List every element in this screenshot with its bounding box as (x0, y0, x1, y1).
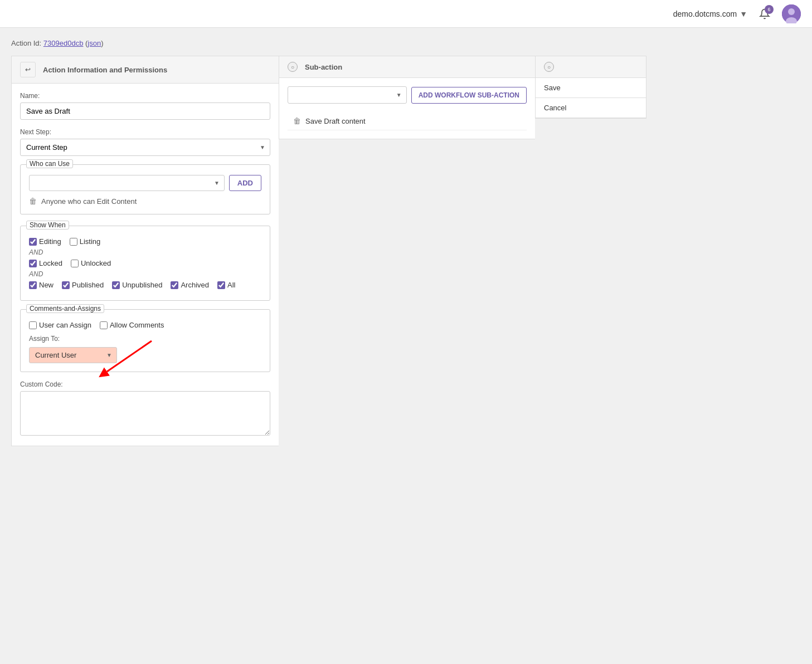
svg-point-1 (788, 8, 795, 15)
cancel-button[interactable]: Cancel (536, 98, 646, 118)
left-panel: ↩ Action Information and Permissions Nam… (11, 56, 279, 446)
all-checkbox-item[interactable]: All (217, 281, 235, 289)
right-panel: ○ Save Cancel (535, 56, 646, 119)
locked-checkbox[interactable] (29, 260, 37, 267)
who-can-use-add-button[interactable]: ADD (229, 175, 261, 191)
assign-to-row: Current User Specific User Specific Role… (29, 347, 261, 363)
archived-checkbox[interactable] (171, 281, 178, 289)
allow-comments-item[interactable]: Allow Comments (100, 321, 164, 329)
all-label: All (227, 281, 235, 289)
name-group: Name: (20, 92, 270, 120)
unpublished-label: Unpublished (122, 281, 162, 289)
middle-panel-header: ○ Sub-action (279, 56, 535, 78)
who-can-use-row: ▼ ADD (29, 175, 261, 191)
listing-checkbox[interactable] (70, 238, 77, 246)
assign-to-select-wrapper: Current User Specific User Specific Role… (29, 347, 117, 363)
next-step-select[interactable]: Current Step Step 1 Step 2 (21, 139, 255, 155)
status-checkboxes-row: New Published Unpublished (29, 281, 261, 289)
sub-action-row: ▼ ADD WORKFLOW SUB-ACTION (288, 86, 527, 104)
action-id-label: Action Id: (11, 39, 41, 47)
assign-to-select[interactable]: Current User Specific User Specific Role (30, 348, 102, 363)
show-when-legend: Show When (26, 221, 69, 230)
next-step-group: Next Step: Current Step Step 1 Step 2 ▼ (20, 128, 270, 156)
action-json-link[interactable]: json (87, 39, 101, 47)
left-panel-header: ↩ Action Information and Permissions (12, 56, 279, 84)
all-checkbox[interactable] (217, 281, 225, 289)
unpublished-checkbox-item[interactable]: Unpublished (112, 281, 162, 289)
sub-action-select-wrapper: ▼ (288, 86, 407, 104)
and-label-1: AND (29, 248, 261, 256)
listing-checkbox-item[interactable]: Listing (70, 237, 101, 246)
sub-action-select[interactable] (288, 87, 392, 103)
allow-comments-checkbox[interactable] (100, 321, 108, 329)
unlocked-label: Unlocked (81, 259, 111, 267)
locked-checkbox-item[interactable]: Locked (29, 259, 62, 267)
notification-button[interactable]: 6 (756, 5, 774, 23)
domain-chevron-icon: ▼ (740, 9, 747, 18)
middle-panel-body: ▼ ADD WORKFLOW SUB-ACTION 🗑 Save Draft c… (279, 78, 535, 139)
locked-unlocked-row: Locked Unlocked (29, 259, 261, 267)
sub-action-trash-icon[interactable]: 🗑 (293, 116, 301, 125)
right-panel-header: ○ (536, 56, 646, 78)
sub-action-item: 🗑 Save Draft content (288, 112, 527, 130)
assign-to-section: Assign To: Current User Specific User Sp… (29, 335, 261, 363)
editing-checkbox-item[interactable]: Editing (29, 237, 61, 246)
right-collapse-button[interactable]: ○ (544, 62, 554, 72)
sub-action-chevron-icon: ▼ (392, 92, 406, 98)
arrow-overlay: Current User Specific User Specific Role… (29, 347, 261, 363)
middle-collapse-button[interactable]: ○ (288, 62, 298, 72)
published-checkbox[interactable] (62, 281, 70, 289)
action-id-link[interactable]: 7309ed0dcb (43, 39, 84, 47)
who-can-use-select-wrapper: ▼ (29, 175, 225, 191)
locked-label: Locked (39, 259, 62, 267)
user-assign-comments-row: User can Assign Allow Comments (29, 321, 261, 329)
comments-assigns-box: Comments-and-Assigns User can Assign All… (20, 309, 270, 372)
who-can-use-chevron-icon: ▼ (210, 180, 224, 186)
existing-user-row: 🗑 Anyone who can Edit Content (29, 197, 261, 206)
middle-panel: ○ Sub-action ▼ ADD WORKFLOW SUB-ACTION 🗑… (279, 56, 535, 139)
show-when-box: Show When Editing Listing (20, 226, 270, 301)
who-can-use-box: Who can Use ▼ ADD 🗑 (20, 164, 270, 214)
sub-action-name: Save Draft content (305, 117, 366, 125)
unlocked-checkbox[interactable] (71, 260, 79, 267)
action-id-bar: Action Id: 7309ed0dcb (json) (11, 39, 658, 47)
next-step-label: Next Step: (20, 128, 270, 136)
notification-badge: 6 (765, 5, 774, 14)
domain-name: demo.dotcms.com (673, 9, 737, 18)
existing-user-label: Anyone who can Edit Content (41, 197, 137, 206)
user-can-assign-item[interactable]: User can Assign (29, 321, 91, 329)
user-can-assign-checkbox[interactable] (29, 321, 37, 329)
custom-code-label: Custom Code: (20, 380, 270, 388)
custom-code-textarea[interactable] (20, 391, 270, 436)
avatar[interactable] (782, 4, 801, 23)
unlocked-checkbox-item[interactable]: Unlocked (71, 259, 111, 267)
unpublished-checkbox[interactable] (112, 281, 120, 289)
domain-selector[interactable]: demo.dotcms.com ▼ (673, 9, 747, 18)
who-can-use-legend: Who can Use (26, 159, 73, 168)
editing-label: Editing (39, 237, 61, 246)
and-label-2: AND (29, 270, 261, 278)
panels-row: ↩ Action Information and Permissions Nam… (11, 56, 658, 446)
assign-to-label: Assign To: (29, 335, 261, 343)
new-checkbox[interactable] (29, 281, 37, 289)
archived-label: Archived (181, 281, 209, 289)
published-checkbox-item[interactable]: Published (62, 281, 104, 289)
back-button[interactable]: ↩ (20, 62, 36, 77)
editing-checkbox[interactable] (29, 238, 37, 246)
assign-to-chevron-icon: ▼ (102, 352, 116, 358)
archived-checkbox-item[interactable]: Archived (171, 281, 209, 289)
add-workflow-sub-action-button[interactable]: ADD WORKFLOW SUB-ACTION (411, 87, 527, 104)
trash-icon[interactable]: 🗑 (29, 197, 37, 206)
name-input[interactable] (20, 102, 270, 120)
new-checkbox-item[interactable]: New (29, 281, 54, 289)
listing-label: Listing (80, 237, 101, 246)
who-can-use-select[interactable] (30, 175, 210, 191)
name-label: Name: (20, 92, 270, 100)
next-step-select-wrapper: Current Step Step 1 Step 2 ▼ (20, 139, 270, 156)
save-button[interactable]: Save (536, 78, 646, 98)
comments-assigns-legend: Comments-and-Assigns (26, 304, 104, 313)
middle-panel-title: Sub-action (305, 63, 342, 71)
left-panel-body: Name: Next Step: Current Step Step 1 Ste… (12, 84, 279, 446)
left-panel-title: Action Information and Permissions (43, 66, 167, 74)
custom-code-box: Custom Code: (20, 380, 270, 437)
